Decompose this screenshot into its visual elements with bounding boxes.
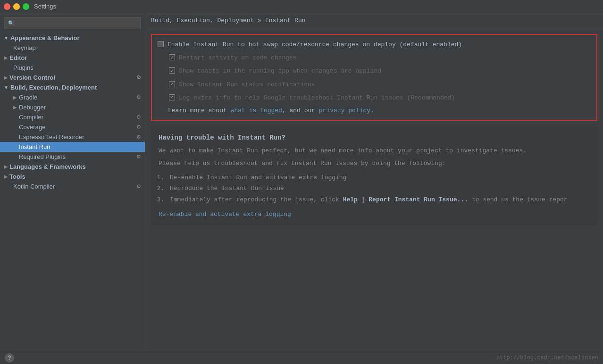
sidebar-item-label: Appearance & Behavior xyxy=(10,34,80,41)
expand-arrow-icon: ▶ xyxy=(13,105,17,110)
sidebar-item-label: Gradle xyxy=(19,94,37,101)
sidebar-item-label: Languages & Frameworks xyxy=(9,163,86,170)
search-box[interactable]: 🔍 xyxy=(4,17,141,29)
sidebar-item-keymap[interactable]: Keymap xyxy=(0,43,145,53)
trouble-description1: We want to make Instant Run perfect, but… xyxy=(159,146,590,156)
sidebar-item-label: Coverage xyxy=(19,124,45,131)
main-container: 🔍 ▼ Appearance & Behavior Keymap ▶ Edito… xyxy=(0,13,603,364)
learn-more-prefix: Learn more about xyxy=(168,107,231,114)
settings-icon: ⚙ xyxy=(136,134,141,140)
content-area: Build, Execution, Deployment » Instant R… xyxy=(145,13,603,364)
sidebar-item-label: Editor xyxy=(9,54,27,61)
maximize-button[interactable] xyxy=(23,3,29,10)
instant-run-settings-panel: Enable Instant Run to hot swap code/reso… xyxy=(151,34,597,121)
expand-arrow-icon: ▶ xyxy=(4,75,8,80)
reenable-logging-link[interactable]: Re-enable and activate extra logging xyxy=(159,211,291,218)
sidebar-item-label: Debugger xyxy=(19,104,46,111)
sidebar-item-label: Build, Execution, Deployment xyxy=(10,84,97,91)
help-button[interactable]: ? xyxy=(5,353,14,363)
enable-instant-run-checkbox[interactable] xyxy=(158,41,164,47)
breadcrumb: Build, Execution, Deployment » Instant R… xyxy=(145,13,603,28)
sidebar-item-coverage[interactable]: Coverage ⚙ xyxy=(0,122,145,132)
restart-activity-row: Restart activity on code changes xyxy=(169,54,591,62)
sidebar-item-label: Plugins xyxy=(13,64,34,71)
settings-icon: ⚙ xyxy=(136,154,141,160)
enable-instant-run-label: Enable Instant Run to hot swap code/reso… xyxy=(168,41,462,49)
what-is-logged-link[interactable]: what is logged xyxy=(231,107,282,114)
expand-arrow-icon: ▶ xyxy=(4,55,8,60)
expand-arrow-icon: ▼ xyxy=(4,35,8,41)
sidebar-item-tools[interactable]: ▶ Tools xyxy=(0,172,145,182)
show-status-checkbox[interactable] xyxy=(169,81,175,87)
sidebar-item-plugins[interactable]: Plugins xyxy=(0,63,145,73)
help-menu-instruction: Help | Report Instant Run Issue... xyxy=(343,196,468,203)
sidebar-item-editor[interactable]: ▶ Editor xyxy=(0,53,145,63)
log-extra-label: Log extra info to help Google troublesho… xyxy=(179,94,455,102)
title-bar: Settings xyxy=(0,0,603,13)
sidebar-item-debugger[interactable]: ▶ Debugger xyxy=(0,102,145,112)
window-controls xyxy=(4,3,29,10)
window-title: Settings xyxy=(34,3,56,10)
settings-icon: ⚙ xyxy=(136,183,141,190)
minimize-button[interactable] xyxy=(13,3,20,10)
log-extra-row: Log extra info to help Google troublesho… xyxy=(169,94,591,102)
sidebar-item-gradle[interactable]: ▶ Gradle ⚙ xyxy=(0,92,145,102)
footer: ? http://blog.csdn.net/soslinken xyxy=(0,351,603,364)
sidebar-item-version-control[interactable]: ▶ Version Control ⚙ xyxy=(0,73,145,83)
enable-instant-run-row: Enable Instant Run to hot swap code/reso… xyxy=(158,41,591,49)
sidebar-item-required-plugins[interactable]: Required Plugins ⚙ xyxy=(0,152,145,162)
show-toasts-row: Show toasts in the running app when chan… xyxy=(169,67,591,75)
sidebar-item-compiler[interactable]: Compiler ⚙ xyxy=(0,112,145,122)
sidebar-item-label: Tools xyxy=(9,173,25,180)
search-icon: 🔍 xyxy=(8,20,15,26)
sidebar-item-label: Instant Run xyxy=(19,143,50,150)
learn-more-middle: , and our xyxy=(282,107,319,114)
trouble-step-1: Re-enable Instant Run and activate extra… xyxy=(168,172,590,183)
sidebar-item-instant-run[interactable]: Instant Run xyxy=(0,142,145,152)
show-toasts-checkbox[interactable] xyxy=(169,67,175,74)
expand-arrow-icon: ▶ xyxy=(4,164,8,169)
sidebar-item-label: Kotlin Compiler xyxy=(13,183,55,190)
footer-url: http://blog.csdn.net/soslinken xyxy=(496,355,598,361)
sidebar-item-appearance[interactable]: ▼ Appearance & Behavior xyxy=(0,33,145,43)
settings-icon: ⚙ xyxy=(136,114,141,120)
expand-arrow-icon: ▶ xyxy=(4,174,8,179)
trouble-title: Having trouble with Instant Run? xyxy=(159,134,590,141)
sidebar-item-espresso[interactable]: Espresso Test Recorder ⚙ xyxy=(0,132,145,142)
sidebar-item-languages[interactable]: ▶ Languages & Frameworks xyxy=(0,162,145,172)
sidebar-item-label: Keymap xyxy=(13,44,36,51)
trouble-steps-list: Re-enable Instant Run and activate extra… xyxy=(168,172,590,205)
close-button[interactable] xyxy=(4,3,10,10)
restart-activity-checkbox[interactable] xyxy=(169,54,175,60)
sidebar-item-label: Version Control xyxy=(9,74,55,81)
learn-more-row: Learn more about what is logged, and our… xyxy=(158,107,591,114)
sidebar-item-label: Compiler xyxy=(19,114,43,121)
trouble-section: Having trouble with Instant Run? We want… xyxy=(151,126,597,225)
log-extra-checkbox[interactable] xyxy=(169,94,175,100)
expand-arrow-icon: ▼ xyxy=(4,85,8,90)
privacy-policy-link[interactable]: privacy policy. xyxy=(319,107,374,114)
trouble-description2: Please help us troubleshoot and fix Inst… xyxy=(159,159,590,168)
sidebar-item-label: Espresso Test Recorder xyxy=(19,133,84,141)
sidebar-item-label: Required Plugins xyxy=(19,153,66,160)
show-toasts-label: Show toasts in the running app when chan… xyxy=(179,67,381,75)
show-status-row: Show Instant Run status notifications xyxy=(169,81,591,89)
sidebar-item-kotlin[interactable]: Kotlin Compiler ⚙ xyxy=(0,182,145,191)
settings-icon: ⚙ xyxy=(136,124,141,130)
search-input[interactable] xyxy=(17,20,137,27)
expand-arrow-icon: ▶ xyxy=(13,95,17,100)
settings-icon: ⚙ xyxy=(136,74,141,81)
show-status-label: Show Instant Run status notifications xyxy=(179,81,315,89)
trouble-step-2: Reproduce the Instant Run issue xyxy=(168,183,590,194)
restart-activity-label: Restart activity on code changes xyxy=(179,54,297,62)
trouble-step-3: Immediately after reproducing the issue,… xyxy=(168,194,590,205)
sidebar: 🔍 ▼ Appearance & Behavior Keymap ▶ Edito… xyxy=(0,13,145,364)
sidebar-item-build[interactable]: ▼ Build, Execution, Deployment xyxy=(0,83,145,92)
settings-icon: ⚙ xyxy=(136,94,141,100)
